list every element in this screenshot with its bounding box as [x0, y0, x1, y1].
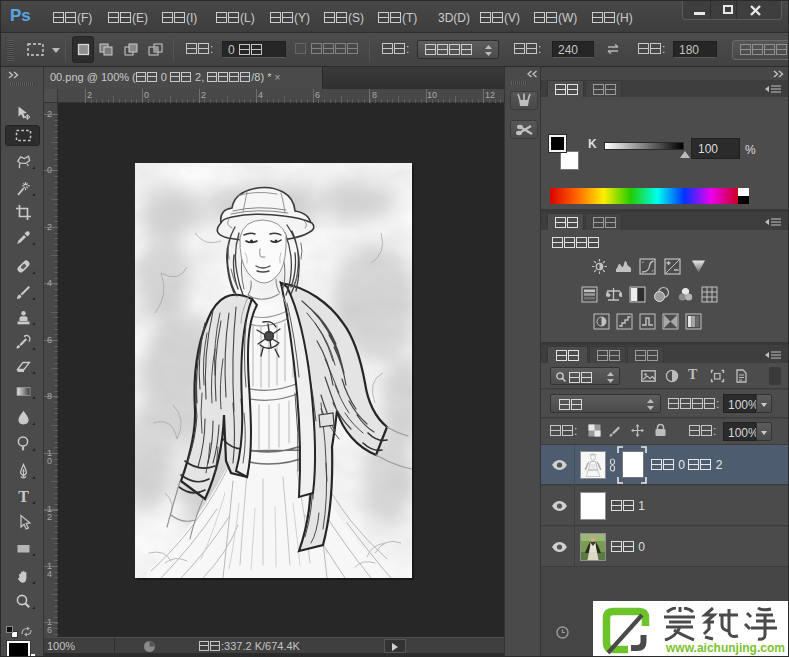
svg-text:T: T — [18, 488, 29, 505]
